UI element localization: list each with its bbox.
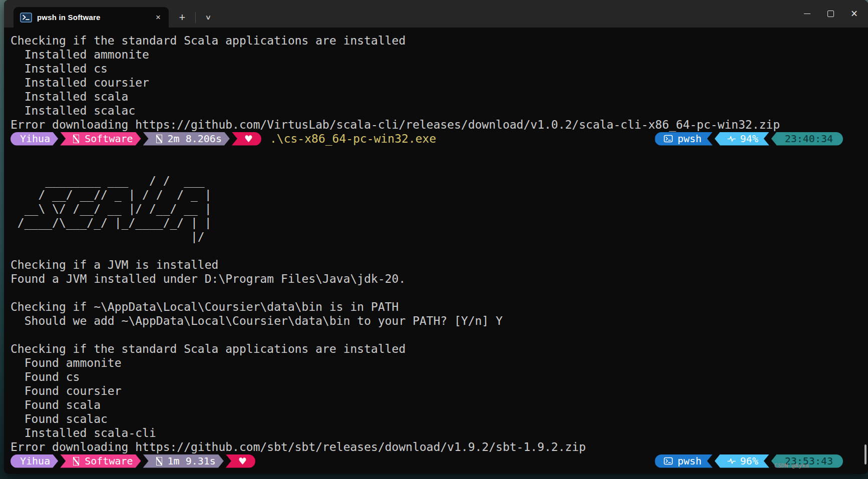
tab-title: pwsh in Software [37, 13, 146, 22]
blank-line [11, 146, 861, 160]
maximize-button[interactable] [819, 4, 842, 25]
terminal-output-line: Found scala [11, 398, 861, 412]
prompt-user-segment: Yihua [11, 454, 58, 468]
prompt-shell-segment: pwsh [655, 132, 712, 146]
chevron-down-icon[interactable]: ∨ [197, 10, 219, 26]
pulse-icon [727, 135, 736, 143]
terminal-viewport[interactable]: Checking if the standard Scala applicati… [4, 28, 868, 474]
ascii-art-line: /____/\___/_/ |_/____/_/ | | [11, 216, 861, 230]
stopwatch-icon [156, 457, 162, 465]
terminal-output-line: Checking if ~\AppData\Local\Coursier\dat… [11, 300, 861, 314]
terminal-output-line: Found cs [11, 370, 861, 384]
terminal-output-line: Checking if the standard Scala applicati… [11, 342, 861, 356]
tab-pwsh[interactable]: pwsh in Software × [14, 7, 169, 28]
command-text: .\cs-x86_64-pc-win32.exe [270, 132, 436, 146]
prompt-shell-segment: pwsh [655, 454, 712, 468]
prompt-folder-segment: Software [60, 454, 141, 468]
maximize-icon [827, 11, 834, 17]
terminal-output-line: Should we add ~\AppData\Local\Coursier\d… [11, 314, 861, 328]
watermark: CSDN @Ayka [774, 459, 809, 473]
title-bar[interactable]: pwsh in Software × + ∨ × [4, 0, 868, 28]
terminal-output-line: Checking if a JVM is installed [11, 258, 861, 272]
scrollbar-thumb[interactable] [864, 444, 866, 464]
terminal-output-line: Error downloading https://github.com/sbt… [11, 440, 861, 454]
close-tab-icon[interactable]: × [151, 11, 166, 25]
pulse-icon [727, 457, 736, 465]
terminal-output-line: Checking if the standard Scala applicati… [11, 34, 861, 48]
prompt-duration-segment: 1m 9.31s [143, 454, 224, 468]
prompt-line-2: Yihua Software 1m 9.31s ♥ pwsh 96% 23:53… [11, 454, 861, 468]
terminal-output-line: Installed scala [11, 90, 861, 104]
ascii-art-line: |/ [11, 230, 861, 244]
folder-icon [73, 457, 79, 465]
blank-line [11, 244, 861, 258]
terminal-icon [664, 135, 673, 143]
scala-ascii-art: ________ ___ / / ___ / __/ __// _ | / / … [11, 174, 861, 244]
terminal-output-line: Installed cs [11, 62, 861, 76]
ascii-art-line: ________ ___ / / ___ [11, 174, 861, 188]
blank-line [11, 328, 861, 342]
blank-line [11, 286, 861, 300]
prompt-line-1: Yihua Software 2m 8.206s ♥ .\cs-x86_64-p… [11, 132, 861, 146]
terminal-output-line: Installed scala-cli [11, 426, 861, 440]
prompt-status-segment: ♥ [232, 132, 261, 146]
prompt-folder-segment: Software [60, 132, 141, 146]
output-block-1: Checking if the standard Scala applicati… [11, 34, 861, 132]
terminal-output-line: Found a JVM installed under D:\Program F… [11, 272, 861, 286]
window-controls: × [795, 0, 866, 28]
terminal-icon [664, 457, 673, 465]
terminal-output-line: Error downloading https://github.com/Vir… [11, 118, 861, 132]
terminal-output-line: Found ammonite [11, 356, 861, 370]
close-window-button[interactable]: × [842, 4, 866, 25]
heart-icon: ♥ [244, 134, 253, 144]
ascii-art-line: / __/ __// _ | / / / _ | [11, 188, 861, 202]
prompt-battery-segment: 96% [715, 454, 769, 468]
terminal-output-line: Found scalac [11, 412, 861, 426]
minimize-icon [804, 14, 810, 15]
terminal-window: pwsh in Software × + ∨ × Checking if the… [4, 0, 868, 474]
prompt-battery-segment: 94% [715, 132, 769, 146]
folder-icon [73, 135, 79, 143]
heart-icon: ♥ [238, 456, 247, 466]
terminal-output-line: Found coursier [11, 384, 861, 398]
powershell-icon [20, 13, 32, 23]
minimize-button[interactable] [795, 4, 819, 25]
blank-line [11, 160, 861, 174]
terminal-output-line: Installed ammonite [11, 48, 861, 62]
stopwatch-icon [156, 135, 162, 143]
ascii-art-line: __\ \/ /__/ __ |/ /__/ __ | [11, 202, 861, 216]
terminal-output-line: Installed scalac [11, 104, 861, 118]
prompt-duration-segment: 2m 8.206s [143, 132, 230, 146]
prompt-user-segment: Yihua [11, 132, 58, 146]
prompt-time-segment: 23:40:34 [771, 132, 843, 146]
prompt-status-segment: ♥ [226, 454, 255, 468]
output-block-2: Checking if a JVM is installedFound a JV… [11, 244, 861, 454]
terminal-output-line: Installed coursier [11, 76, 861, 90]
new-tab-button[interactable]: + [174, 10, 191, 26]
tab-actions-divider [195, 12, 196, 23]
